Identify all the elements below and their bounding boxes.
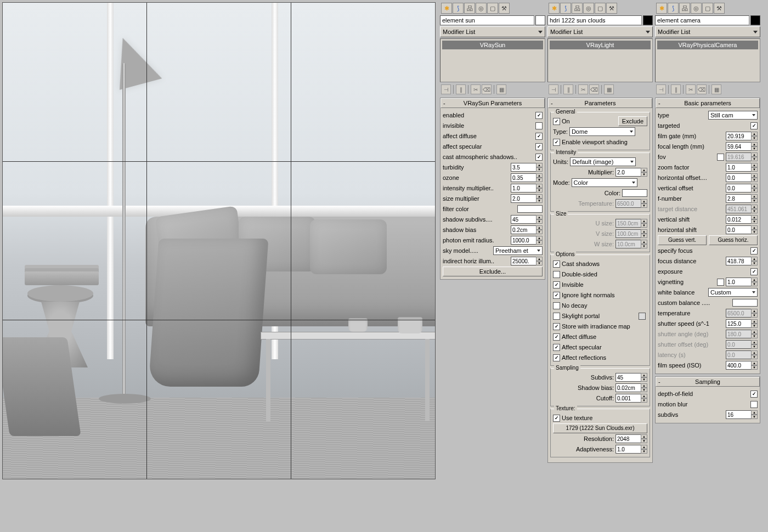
filter-color-swatch[interactable] <box>517 205 543 213</box>
affect-specular-checkbox[interactable] <box>535 143 543 150</box>
motion-tab-icon[interactable]: ◎ <box>691 3 702 14</box>
utilities-tab-icon[interactable]: ⚒ <box>606 3 617 14</box>
viewport[interactable] <box>2 2 436 479</box>
pin-stack-icon[interactable]: ⊣ <box>549 84 558 94</box>
intensity-mult-spinner[interactable]: ▲▼ <box>511 184 543 193</box>
object-name-input[interactable] <box>440 15 534 25</box>
create-tab-icon[interactable]: ✱ <box>441 3 452 14</box>
enabled-checkbox[interactable] <box>535 112 543 119</box>
rollout-header[interactable]: -VRaySun Parameters <box>441 98 545 108</box>
configure-sets-icon[interactable]: ▦ <box>604 84 614 94</box>
show-end-result-icon[interactable]: ∥ <box>671 84 681 94</box>
show-end-result-icon[interactable]: ∥ <box>456 84 466 94</box>
pin-stack-icon[interactable]: ⊣ <box>441 84 451 94</box>
invisible-checkbox[interactable] <box>535 122 543 129</box>
skylight-portal-checkbox[interactable] <box>553 313 560 320</box>
cast-shadows-checkbox[interactable] <box>553 261 560 268</box>
modifier-stack[interactable]: VRayLight <box>547 38 653 82</box>
object-name-input[interactable] <box>655 15 749 25</box>
create-tab-icon[interactable]: ✱ <box>549 3 560 14</box>
guess-horiz-button[interactable]: Guess horiz. <box>709 235 758 245</box>
hierarchy-tab-icon[interactable]: 品 <box>464 3 475 14</box>
custom-balance-swatch[interactable] <box>732 299 758 307</box>
vignetting-spinner[interactable]: ▲▼ <box>726 278 758 286</box>
modifier-stack[interactable]: VRayPhysicalCamera <box>655 38 760 82</box>
fov-checkbox[interactable] <box>717 154 724 161</box>
ozone-spinner[interactable]: ▲▼ <box>511 173 543 182</box>
display-tab-icon[interactable]: ▢ <box>487 3 498 14</box>
modify-tab-icon[interactable]: ⟆ <box>668 3 679 14</box>
h-shift-spinner[interactable]: ▲▼ <box>726 225 758 234</box>
modifier-list-dropdown[interactable]: Modifier List <box>440 26 545 37</box>
shadow-bias-spinner[interactable]: ▲▼ <box>511 225 543 234</box>
rollout-header[interactable]: -Parameters <box>548 98 652 108</box>
v-shift-spinner[interactable]: ▲▼ <box>726 215 758 224</box>
zoom-factor-spinner[interactable]: ▲▼ <box>726 163 758 172</box>
make-unique-icon[interactable]: ✂ <box>471 84 481 94</box>
object-color-swatch[interactable] <box>643 15 653 25</box>
make-unique-icon[interactable]: ✂ <box>578 84 588 94</box>
remove-modifier-icon[interactable]: ⌫ <box>589 84 599 94</box>
no-decay-checkbox[interactable] <box>553 302 560 309</box>
utilities-tab-icon[interactable]: ⚒ <box>714 3 725 14</box>
adaptiveness-spinner[interactable]: ▲▼ <box>615 445 647 454</box>
motion-tab-icon[interactable]: ◎ <box>583 3 594 14</box>
texture-map-button[interactable]: 1729 (1222 Sun Clouds.exr) <box>553 423 647 433</box>
vignetting-checkbox[interactable] <box>717 279 724 286</box>
indirect-horiz-spinner[interactable]: ▲▼ <box>511 257 543 265</box>
sky-model-dropdown[interactable]: Preetham et <box>493 246 543 255</box>
cast-atmos-checkbox[interactable] <box>535 154 543 161</box>
stack-item-vraysun[interactable]: VRaySun <box>442 41 543 49</box>
affect-diffuse-checkbox[interactable] <box>535 133 543 140</box>
utilities-tab-icon[interactable]: ⚒ <box>499 3 510 14</box>
units-dropdown[interactable]: Default (image) <box>570 157 636 166</box>
configure-sets-icon[interactable]: ▦ <box>496 84 506 94</box>
object-color-swatch[interactable] <box>750 15 760 25</box>
focal-length-spinner[interactable]: ▲▼ <box>726 142 758 151</box>
stack-item[interactable]: VRayPhysicalCamera <box>657 41 758 49</box>
photon-emit-spinner[interactable]: ▲▼ <box>511 236 543 245</box>
rollout-header[interactable]: -Basic parameters <box>656 98 760 108</box>
object-name-input[interactable] <box>547 15 642 25</box>
rollout-header[interactable]: -Sampling <box>656 377 760 387</box>
specify-focus-checkbox[interactable] <box>750 247 758 254</box>
affect-specular-checkbox[interactable] <box>553 344 560 351</box>
invisible-checkbox[interactable] <box>553 281 560 288</box>
cutoff-spinner[interactable]: ▲▼ <box>615 394 647 403</box>
color-swatch[interactable] <box>622 189 647 197</box>
multiplier-spinner[interactable]: ▲▼ <box>615 168 647 177</box>
remove-modifier-icon[interactable]: ⌫ <box>482 84 492 94</box>
affect-diffuse-checkbox[interactable] <box>553 333 560 341</box>
viewport-shading-checkbox[interactable] <box>553 139 560 146</box>
modify-tab-icon[interactable]: ⟆ <box>560 3 571 14</box>
make-unique-icon[interactable]: ✂ <box>686 84 696 94</box>
use-texture-checkbox[interactable] <box>553 415 560 422</box>
show-end-result-icon[interactable]: ∥ <box>563 84 573 94</box>
pin-stack-icon[interactable]: ⊣ <box>656 84 666 94</box>
modify-tab-icon[interactable]: ⟆ <box>453 3 464 14</box>
dof-checkbox[interactable] <box>750 390 758 398</box>
modifier-list-dropdown[interactable]: Modifier List <box>547 26 653 37</box>
remove-modifier-icon[interactable]: ⌫ <box>697 84 707 94</box>
size-mult-spinner[interactable]: ▲▼ <box>511 194 543 203</box>
motion-tab-icon[interactable]: ◎ <box>476 3 487 14</box>
v-offset-spinner[interactable]: ▲▼ <box>726 184 758 193</box>
exclude-button[interactable]: Exclude <box>618 116 647 126</box>
object-color-swatch[interactable] <box>535 15 545 25</box>
film-speed-spinner[interactable]: ▲▼ <box>726 361 758 370</box>
shadow-subdivs-spinner[interactable]: ▲▼ <box>511 215 543 224</box>
motion-blur-checkbox[interactable] <box>750 401 758 408</box>
display-tab-icon[interactable]: ▢ <box>702 3 713 14</box>
resolution-spinner[interactable]: ▲▼ <box>615 434 647 443</box>
film-gate-spinner[interactable]: ▲▼ <box>726 132 758 140</box>
display-tab-icon[interactable]: ▢ <box>595 3 606 14</box>
white-balance-dropdown[interactable]: Custom <box>708 288 758 297</box>
type-dropdown[interactable]: Dome <box>569 127 635 136</box>
create-tab-icon[interactable]: ✱ <box>656 3 667 14</box>
affect-reflections-checkbox[interactable] <box>553 354 560 361</box>
type-dropdown[interactable]: Still cam <box>708 111 758 120</box>
subdivs-spinner[interactable]: ▲▼ <box>726 410 758 419</box>
on-checkbox[interactable] <box>553 118 560 125</box>
shutter-speed-spinner[interactable]: ▲▼ <box>726 319 758 328</box>
hierarchy-tab-icon[interactable]: 品 <box>679 3 690 14</box>
